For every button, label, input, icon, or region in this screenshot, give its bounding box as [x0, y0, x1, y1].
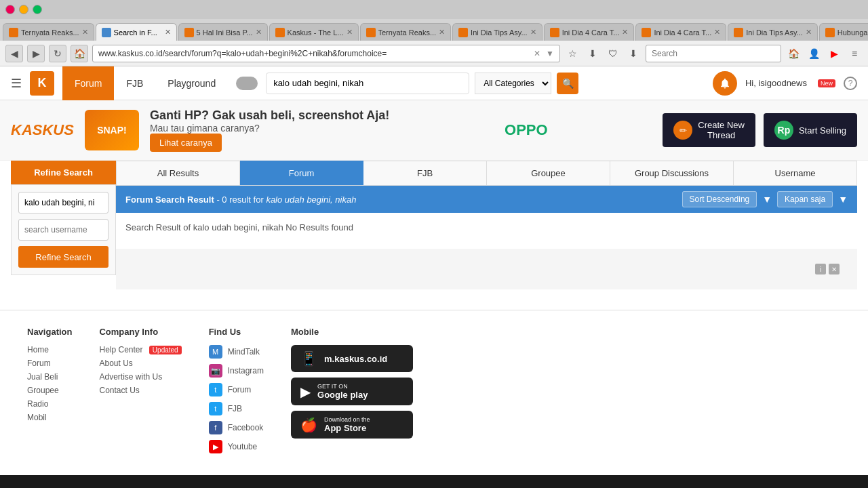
extension-icon[interactable]: ⬇: [625, 45, 642, 62]
maximize-window-btn[interactable]: [33, 5, 42, 14]
footer-link-helpcenter[interactable]: Help Center Updated: [99, 345, 181, 354]
sort-descending-button[interactable]: Sort Descending: [682, 191, 757, 207]
nav-search-button[interactable]: 🔍: [557, 73, 578, 94]
browser-tab-8[interactable]: Ini Dia 4 Cara T... ✕: [635, 23, 726, 41]
nav-search-category[interactable]: All Categories: [475, 73, 551, 94]
refine-search-header[interactable]: Refine Search: [11, 161, 116, 184]
tab-label: Ternyata Reaks...: [378, 28, 437, 37]
close-tab-icon[interactable]: ✕: [165, 28, 171, 37]
close-window-btn[interactable]: [5, 5, 15, 14]
footer: Navigation Home Forum Jual Beli Groupee …: [0, 310, 868, 475]
hamburger-menu[interactable]: ☰: [11, 76, 22, 91]
refresh-button[interactable]: ↻: [49, 45, 66, 62]
tab-label: Ini Dia Tips Asy...: [746, 28, 803, 37]
refine-search-button[interactable]: Refine Search: [18, 246, 108, 268]
footer-grid: Navigation Home Forum Jual Beli Groupee …: [27, 327, 841, 459]
youtube-icon[interactable]: ▶: [826, 45, 842, 62]
bookmark-icon[interactable]: ▼: [546, 49, 554, 58]
clear-url-icon[interactable]: ✕: [534, 49, 540, 58]
close-tab-icon[interactable]: ✕: [714, 28, 720, 37]
bookmark-star-icon[interactable]: ☆: [564, 45, 580, 62]
footer-link-mobile[interactable]: Mobil: [27, 413, 72, 422]
close-tab-icon[interactable]: ✕: [530, 28, 536, 37]
find-us-mindtalk[interactable]: M MindTalk: [209, 345, 264, 359]
start-selling-button[interactable]: Rp Start Selling: [764, 113, 857, 147]
shield-icon[interactable]: 🛡: [605, 45, 621, 62]
tab-label: Ternyata Reaks...: [21, 28, 79, 37]
mindtalk-label: MindTalk: [228, 347, 260, 357]
browser-tab-3[interactable]: 5 Hal Ini Bisa P... ✕: [178, 23, 268, 41]
tab-bar: Ternyata Reaks... ✕ Search in F... ✕ 5 H…: [0, 19, 868, 41]
tab-username[interactable]: Username: [734, 161, 857, 185]
close-tab-icon[interactable]: ✕: [347, 28, 353, 37]
nav-link-forum[interactable]: Forum: [62, 66, 114, 100]
tab-forum[interactable]: Forum: [240, 161, 363, 185]
profile-icon[interactable]: 👤: [806, 45, 822, 62]
username-search-input[interactable]: [18, 219, 108, 241]
tab-all-results[interactable]: All Results: [116, 161, 240, 185]
footer-link-groupee[interactable]: Groupee: [27, 386, 72, 395]
sell-btn-label: Start Selling: [799, 125, 846, 136]
app-badge-kaskus[interactable]: 📱 m.kaskus.co.id: [291, 345, 413, 372]
browser-tab-10[interactable]: Hubungan Arc... ✕: [819, 23, 868, 41]
find-us-facebook[interactable]: f Facebook: [209, 421, 264, 434]
footer-link-advertise[interactable]: Advertise with Us: [99, 372, 181, 382]
find-us-youtube[interactable]: ▶ Youtube: [209, 440, 264, 453]
back-button[interactable]: ◀: [5, 45, 23, 62]
browser-tab-5[interactable]: Ternyata Reaks... ✕: [360, 23, 452, 41]
footer-link-about[interactable]: About Us: [99, 359, 181, 368]
app-badge-google[interactable]: ▶ GET IT ON Google play: [291, 378, 413, 405]
search-tabs: All Results Forum FJB Groupee Group Disc…: [116, 161, 857, 186]
browser-tab-1[interactable]: Ternyata Reaks... ✕: [3, 23, 94, 41]
tab-group-discussions[interactable]: Group Discussions: [610, 161, 734, 185]
browser-tab-2[interactable]: Search in F... ✕: [96, 23, 177, 41]
twitter-fjb-icon: t: [209, 402, 222, 415]
close-tab-icon[interactable]: ✕: [806, 28, 812, 37]
ad-close-icon[interactable]: ✕: [829, 264, 840, 274]
url-bar[interactable]: www.kaskus.co.id/search/forum?q=kalo+uda…: [92, 45, 560, 62]
browser-tab-6[interactable]: Ini Dia Tips Asy... ✕: [452, 23, 542, 41]
nav-link-fjb[interactable]: FJB: [114, 66, 155, 100]
close-tab-icon[interactable]: ✕: [439, 28, 445, 37]
minimize-window-btn[interactable]: [19, 5, 28, 14]
kapan-saja-button[interactable]: Kapan saja: [777, 191, 833, 207]
create-new-thread-button[interactable]: ✏ Create New Thread: [663, 113, 755, 147]
notification-icon[interactable]: [713, 71, 737, 96]
browser-search-input[interactable]: [646, 45, 781, 62]
app-badge-apple[interactable]: 🍎 Download on the App Store: [291, 411, 413, 439]
ad-info-icon[interactable]: i: [815, 264, 826, 274]
browser-tab-4[interactable]: Kaskus - The L... ✕: [269, 23, 359, 41]
forward-button[interactable]: ▶: [27, 45, 45, 62]
close-tab-icon[interactable]: ✕: [256, 28, 262, 37]
sort-chevron-icon: ▼: [762, 194, 772, 205]
home-button[interactable]: 🏠: [71, 45, 88, 62]
download-icon[interactable]: ⬇: [585, 45, 601, 62]
kaskus-logo[interactable]: K: [30, 71, 54, 96]
find-us-instagram[interactable]: 📷 Instagram: [209, 364, 264, 378]
close-tab-icon[interactable]: ✕: [622, 28, 628, 37]
footer-link-jualbeli[interactable]: Jual Beli: [27, 372, 72, 382]
hi-text: Hi, isigoodnews: [745, 78, 807, 88]
tab-groupee[interactable]: Groupee: [487, 161, 610, 185]
google-play-line1: GET IT ON: [317, 383, 368, 390]
cloud-icon[interactable]: [236, 77, 258, 90]
nav-search-input[interactable]: [266, 73, 469, 94]
find-us-forum-twitter[interactable]: t Forum: [209, 383, 264, 396]
nav-link-playground[interactable]: Playground: [155, 66, 228, 100]
footer-link-forum[interactable]: Forum: [27, 359, 72, 368]
help-icon[interactable]: ?: [844, 77, 857, 90]
banner-title: Ganti HP? Gak usah beli, screenshot Aja!: [150, 108, 389, 123]
menu-icon[interactable]: ≡: [846, 45, 863, 62]
close-tab-icon[interactable]: ✕: [82, 28, 88, 37]
footer-link-home[interactable]: Home: [27, 345, 72, 354]
lihat-btn[interactable]: Lihat caranya: [150, 134, 222, 152]
browser-tab-9[interactable]: Ini Dia Tips Asy... ✕: [728, 23, 818, 41]
tab-fjb[interactable]: FJB: [363, 161, 487, 185]
tab-label: Ini Dia Tips Asy...: [471, 28, 528, 37]
footer-link-contact[interactable]: Contact Us: [99, 386, 181, 395]
browser-tab-7[interactable]: Ini Dia 4 Cara T... ✕: [544, 23, 635, 41]
home-nav-icon[interactable]: 🏠: [785, 45, 802, 62]
refine-search-input[interactable]: [18, 192, 108, 214]
find-us-fjb-twitter[interactable]: t FJB: [209, 402, 264, 415]
footer-link-radio[interactable]: Radio: [27, 399, 72, 409]
